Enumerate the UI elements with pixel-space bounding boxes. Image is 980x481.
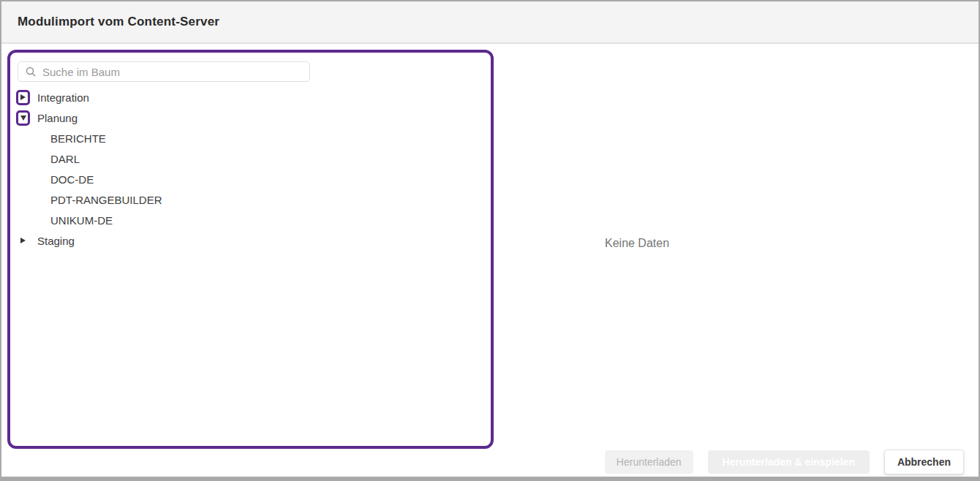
tree-node-doc-de[interactable]: DOC-DE bbox=[10, 169, 491, 189]
chevron-right-icon bbox=[20, 238, 26, 243]
tree-node-label[interactable]: PDT-RANGEBUILDER bbox=[50, 194, 162, 206]
expand-toggle[interactable] bbox=[16, 90, 30, 105]
tree-node-label[interactable]: Staging bbox=[37, 235, 75, 247]
tree-search[interactable] bbox=[18, 61, 310, 82]
dialog-footer: Herunterladen Herunterladen & einspielen… bbox=[605, 450, 964, 474]
expand-toggle[interactable] bbox=[16, 238, 30, 243]
download-and-install-button[interactable]: Herunterladen & einspielen bbox=[708, 450, 870, 474]
tree-node-integration[interactable]: Integration bbox=[10, 87, 491, 107]
dialog-header: Modulimport vom Content-Server bbox=[1, 1, 979, 44]
search-icon bbox=[26, 67, 36, 77]
no-data-message: Keine Daten bbox=[605, 237, 669, 250]
tree-panel: Integration Planung BERICHTE DARL DOC-DE bbox=[7, 50, 494, 449]
collapse-toggle[interactable] bbox=[16, 110, 30, 126]
tree-node-pdt-rangebuilder[interactable]: PDT-RANGEBUILDER bbox=[10, 189, 491, 210]
tree-node-unikum-de[interactable]: UNIKUM-DE bbox=[10, 210, 491, 230]
search-input[interactable] bbox=[42, 66, 304, 78]
download-button[interactable]: Herunterladen bbox=[605, 450, 693, 474]
tree-node-berichte[interactable]: BERICHTE bbox=[10, 128, 491, 148]
cancel-button[interactable]: Abbrechen bbox=[884, 450, 964, 474]
chevron-down-icon bbox=[20, 115, 26, 121]
tree-node-label[interactable]: Planung bbox=[37, 112, 78, 124]
tree-node-label[interactable]: DARL bbox=[50, 153, 80, 165]
modal-dialog: Modulimport vom Content-Server Integrati… bbox=[0, 0, 980, 481]
tree-node-label[interactable]: DOC-DE bbox=[50, 173, 94, 186]
tree-node-planung[interactable]: Planung bbox=[10, 107, 491, 128]
chevron-right-icon bbox=[20, 94, 26, 100]
tree-node-staging[interactable]: Staging bbox=[10, 230, 491, 251]
dialog-title: Modulimport vom Content-Server bbox=[18, 15, 219, 29]
tree-node-darl[interactable]: DARL bbox=[10, 148, 491, 169]
tree-node-label[interactable]: BERICHTE bbox=[50, 132, 106, 145]
tree-node-label[interactable]: UNIKUM-DE bbox=[50, 214, 113, 227]
module-tree: Integration Planung BERICHTE DARL DOC-DE bbox=[10, 87, 491, 251]
tree-node-label[interactable]: Integration bbox=[37, 91, 89, 104]
